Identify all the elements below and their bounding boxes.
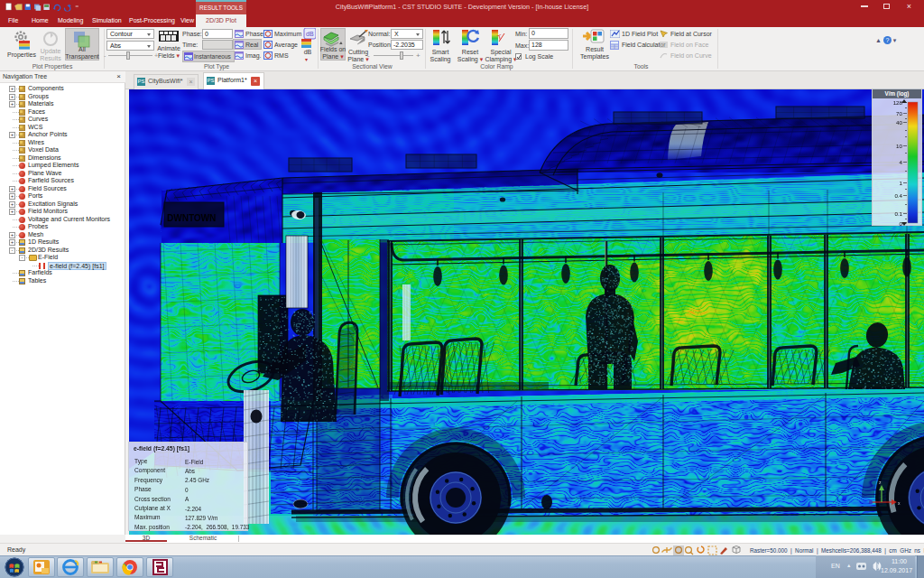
- svg-text:0.1: 0.1: [894, 210, 902, 217]
- svg-text:4: 4: [900, 159, 903, 165]
- svg-text:dB: dB: [306, 31, 314, 37]
- svg-text:128: 128: [893, 99, 903, 106]
- svg-text:10: 10: [896, 143, 902, 149]
- svg-text:40: 40: [896, 119, 902, 126]
- svg-text:0.4: 0.4: [894, 192, 902, 199]
- svg-text:1: 1: [900, 180, 903, 186]
- svg-text:70: 70: [896, 110, 902, 117]
